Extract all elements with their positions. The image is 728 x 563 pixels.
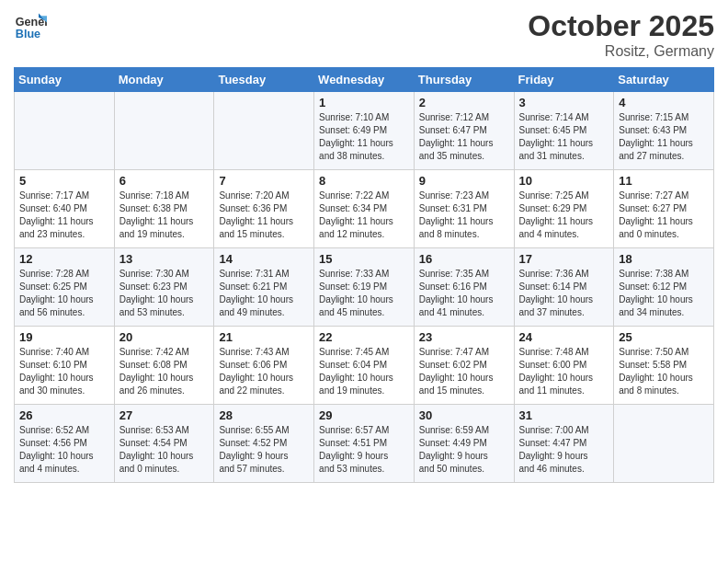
calendar-cell: 31Sunrise: 7:00 AM Sunset: 4:47 PM Dayli… — [514, 405, 614, 483]
day-number: 9 — [419, 174, 509, 188]
day-number: 31 — [519, 408, 609, 422]
day-info: Sunrise: 7:48 AM Sunset: 6:00 PM Dayligh… — [519, 346, 609, 397]
calendar-cell — [214, 92, 314, 170]
calendar-cell: 6Sunrise: 7:18 AM Sunset: 6:38 PM Daylig… — [114, 170, 214, 248]
day-info: Sunrise: 7:25 AM Sunset: 6:29 PM Dayligh… — [519, 190, 609, 241]
title-block: October 2025 Rositz, Germany — [528, 9, 714, 60]
day-info: Sunrise: 7:12 AM Sunset: 6:47 PM Dayligh… — [419, 111, 509, 163]
calendar-cell: 9Sunrise: 7:23 AM Sunset: 6:31 PM Daylig… — [414, 170, 514, 248]
header-day-friday: Friday — [514, 68, 614, 92]
day-number: 21 — [219, 330, 309, 344]
day-number: 15 — [319, 252, 409, 266]
week-row-4: 19Sunrise: 7:40 AM Sunset: 6:10 PM Dayli… — [15, 327, 714, 405]
day-info: Sunrise: 7:18 AM Sunset: 6:38 PM Dayligh… — [119, 190, 210, 241]
header: General Blue October 2025 Rositz, German… — [14, 9, 714, 60]
day-info: Sunrise: 7:47 AM Sunset: 6:02 PM Dayligh… — [419, 346, 509, 397]
day-number: 14 — [219, 252, 309, 266]
calendar-cell: 7Sunrise: 7:20 AM Sunset: 6:36 PM Daylig… — [214, 170, 314, 248]
logo-icon: General Blue — [14, 9, 47, 42]
calendar-cell: 21Sunrise: 7:43 AM Sunset: 6:06 PM Dayli… — [214, 327, 314, 405]
day-info: Sunrise: 7:20 AM Sunset: 6:36 PM Dayligh… — [219, 190, 309, 241]
day-info: Sunrise: 6:52 AM Sunset: 4:56 PM Dayligh… — [19, 424, 109, 476]
day-info: Sunrise: 7:38 AM Sunset: 6:12 PM Dayligh… — [619, 268, 709, 319]
calendar-cell: 19Sunrise: 7:40 AM Sunset: 6:10 PM Dayli… — [15, 327, 115, 405]
day-number: 13 — [119, 252, 210, 266]
calendar-cell: 22Sunrise: 7:45 AM Sunset: 6:04 PM Dayli… — [314, 327, 415, 405]
day-number: 28 — [219, 408, 309, 422]
week-row-1: 1Sunrise: 7:10 AM Sunset: 6:49 PM Daylig… — [15, 92, 714, 170]
calendar-cell: 17Sunrise: 7:36 AM Sunset: 6:14 PM Dayli… — [514, 248, 614, 327]
calendar-cell: 2Sunrise: 7:12 AM Sunset: 6:47 PM Daylig… — [414, 92, 514, 170]
day-number: 17 — [519, 252, 609, 266]
day-number: 6 — [119, 174, 210, 188]
month-title: October 2025 — [528, 9, 714, 43]
calendar-cell: 4Sunrise: 7:15 AM Sunset: 6:43 PM Daylig… — [614, 92, 714, 170]
day-info: Sunrise: 6:55 AM Sunset: 4:52 PM Dayligh… — [219, 424, 309, 476]
calendar-cell: 14Sunrise: 7:31 AM Sunset: 6:21 PM Dayli… — [214, 248, 314, 327]
day-info: Sunrise: 7:33 AM Sunset: 6:19 PM Dayligh… — [319, 268, 409, 319]
day-info: Sunrise: 7:35 AM Sunset: 6:16 PM Dayligh… — [419, 268, 509, 319]
day-info: Sunrise: 7:31 AM Sunset: 6:21 PM Dayligh… — [219, 268, 309, 319]
day-number: 16 — [419, 252, 509, 266]
week-row-5: 26Sunrise: 6:52 AM Sunset: 4:56 PM Dayli… — [15, 405, 714, 483]
day-info: Sunrise: 7:00 AM Sunset: 4:47 PM Dayligh… — [519, 424, 609, 476]
day-info: Sunrise: 7:50 AM Sunset: 5:58 PM Dayligh… — [619, 346, 709, 397]
svg-text:Blue: Blue — [16, 28, 40, 40]
day-number: 29 — [319, 408, 409, 422]
calendar-table: SundayMondayTuesdayWednesdayThursdayFrid… — [14, 67, 714, 483]
day-number: 30 — [419, 408, 509, 422]
calendar-cell: 13Sunrise: 7:30 AM Sunset: 6:23 PM Dayli… — [114, 248, 214, 327]
day-info: Sunrise: 7:15 AM Sunset: 6:43 PM Dayligh… — [619, 111, 709, 163]
calendar-cell: 18Sunrise: 7:38 AM Sunset: 6:12 PM Dayli… — [614, 248, 714, 327]
calendar-cell: 29Sunrise: 6:57 AM Sunset: 4:51 PM Dayli… — [314, 405, 415, 483]
day-info: Sunrise: 7:23 AM Sunset: 6:31 PM Dayligh… — [419, 190, 509, 241]
day-number: 10 — [519, 174, 609, 188]
day-number: 11 — [619, 174, 709, 188]
day-info: Sunrise: 7:10 AM Sunset: 6:49 PM Dayligh… — [319, 111, 409, 163]
day-info: Sunrise: 7:22 AM Sunset: 6:34 PM Dayligh… — [319, 190, 409, 241]
day-number: 25 — [619, 330, 709, 344]
logo: General Blue — [14, 9, 47, 42]
day-info: Sunrise: 7:14 AM Sunset: 6:45 PM Dayligh… — [519, 111, 609, 163]
calendar-cell: 12Sunrise: 7:28 AM Sunset: 6:25 PM Dayli… — [15, 248, 115, 327]
week-row-3: 12Sunrise: 7:28 AM Sunset: 6:25 PM Dayli… — [15, 248, 714, 327]
calendar-cell — [614, 405, 714, 483]
day-info: Sunrise: 6:57 AM Sunset: 4:51 PM Dayligh… — [319, 424, 409, 476]
calendar-cell: 3Sunrise: 7:14 AM Sunset: 6:45 PM Daylig… — [514, 92, 614, 170]
day-number: 23 — [419, 330, 509, 344]
day-info: Sunrise: 7:27 AM Sunset: 6:27 PM Dayligh… — [619, 190, 709, 241]
day-number: 20 — [119, 330, 210, 344]
calendar-cell: 25Sunrise: 7:50 AM Sunset: 5:58 PM Dayli… — [614, 327, 714, 405]
day-info: Sunrise: 6:53 AM Sunset: 4:54 PM Dayligh… — [119, 424, 210, 476]
day-number: 7 — [219, 174, 309, 188]
header-day-sunday: Sunday — [15, 68, 115, 92]
day-number: 26 — [19, 408, 109, 422]
calendar-cell: 27Sunrise: 6:53 AM Sunset: 4:54 PM Dayli… — [114, 405, 214, 483]
calendar-cell: 16Sunrise: 7:35 AM Sunset: 6:16 PM Dayli… — [414, 248, 514, 327]
day-info: Sunrise: 7:40 AM Sunset: 6:10 PM Dayligh… — [19, 346, 109, 397]
calendar-cell: 23Sunrise: 7:47 AM Sunset: 6:02 PM Dayli… — [414, 327, 514, 405]
page: General Blue October 2025 Rositz, German… — [0, 0, 728, 497]
day-number: 4 — [619, 96, 709, 109]
header-day-saturday: Saturday — [614, 68, 714, 92]
calendar-cell: 10Sunrise: 7:25 AM Sunset: 6:29 PM Dayli… — [514, 170, 614, 248]
day-number: 27 — [119, 408, 210, 422]
day-number: 18 — [619, 252, 709, 266]
day-number: 2 — [419, 96, 509, 109]
calendar-cell: 1Sunrise: 7:10 AM Sunset: 6:49 PM Daylig… — [314, 92, 415, 170]
calendar-cell: 26Sunrise: 6:52 AM Sunset: 4:56 PM Dayli… — [15, 405, 115, 483]
day-number: 19 — [19, 330, 109, 344]
day-number: 3 — [519, 96, 609, 109]
day-number: 22 — [319, 330, 409, 344]
calendar-cell: 28Sunrise: 6:55 AM Sunset: 4:52 PM Dayli… — [214, 405, 314, 483]
header-day-tuesday: Tuesday — [214, 68, 314, 92]
subtitle: Rositz, Germany — [528, 43, 714, 60]
header-day-thursday: Thursday — [414, 68, 514, 92]
calendar-cell: 30Sunrise: 6:59 AM Sunset: 4:49 PM Dayli… — [414, 405, 514, 483]
calendar-cell: 24Sunrise: 7:48 AM Sunset: 6:00 PM Dayli… — [514, 327, 614, 405]
header-day-wednesday: Wednesday — [314, 68, 415, 92]
header-day-monday: Monday — [114, 68, 214, 92]
day-info: Sunrise: 7:17 AM Sunset: 6:40 PM Dayligh… — [19, 190, 109, 241]
day-info: Sunrise: 7:36 AM Sunset: 6:14 PM Dayligh… — [519, 268, 609, 319]
day-number: 24 — [519, 330, 609, 344]
